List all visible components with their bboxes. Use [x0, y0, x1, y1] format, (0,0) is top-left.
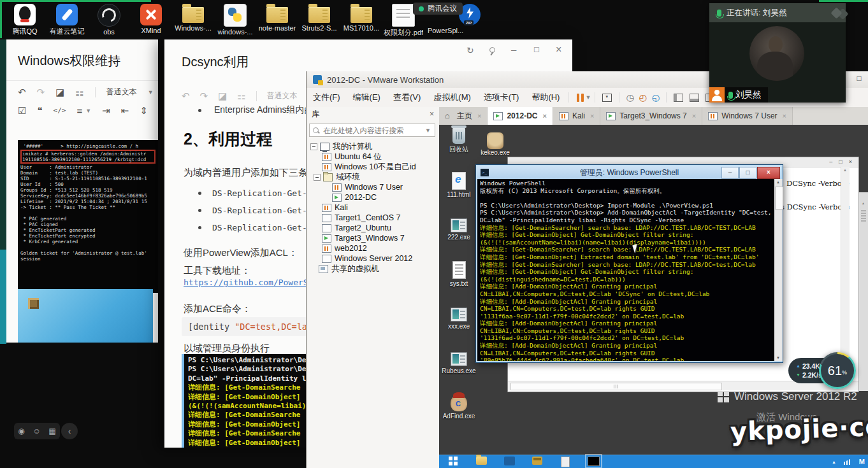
- pin-icon[interactable]: [489, 47, 495, 53]
- meeting-status-badge[interactable]: 腾讯会议: [413, 3, 463, 15]
- desktop-shortcut[interactable]: obs: [88, 1, 130, 38]
- meeting-video-overlay[interactable]: 正在讲话: 刘昊然 刘昊然: [709, 3, 846, 103]
- guest-desktop-icon[interactable]: Rubeus.exe: [440, 350, 477, 395]
- annotation-toolbar[interactable]: ◉ ☺ ▦: [14, 423, 60, 439]
- pause-vm-button[interactable]: ▼: [575, 94, 591, 102]
- maximize-button[interactable]: □: [739, 167, 756, 179]
- desktop-shortcut[interactable]: 有道云笔记: [46, 1, 88, 38]
- align-icon[interactable]: ≡: [76, 106, 82, 115]
- menu-item[interactable]: 虚拟机(M): [427, 89, 477, 106]
- minimize-button[interactable]: –: [721, 167, 739, 179]
- chevron-down-icon[interactable]: ▼: [148, 89, 154, 96]
- vm-tree-item[interactable]: 域环境: [307, 172, 439, 182]
- redo-icon[interactable]: ↷: [37, 87, 45, 97]
- background-window-scrollbar[interactable]: [858, 192, 868, 391]
- redo-icon[interactable]: ↷: [200, 91, 208, 101]
- desktop-shortcut[interactable]: 腾讯QQ: [4, 1, 46, 38]
- record-dot-icon[interactable]: ◉: [18, 427, 24, 436]
- eraser-icon[interactable]: ◪: [218, 91, 227, 101]
- desktop-shortcut[interactable]: note-master: [256, 1, 298, 38]
- refresh-icon[interactable]: ↻: [467, 46, 474, 55]
- line-spacing-icon[interactable]: ⇕: [140, 106, 148, 115]
- guest-taskbar-item[interactable]: [467, 457, 495, 467]
- indent-decrease-icon[interactable]: ⇤: [121, 106, 129, 115]
- guest-desktop-icon[interactable]: 222.exe: [440, 216, 477, 261]
- quote-icon[interactable]: ❝: [37, 106, 42, 115]
- indent-increase-icon[interactable]: ⇥: [102, 106, 110, 115]
- guest-taskbar-item[interactable]: [523, 457, 551, 467]
- undo-icon[interactable]: ↶: [182, 91, 190, 101]
- powershell-title-bar[interactable]: >_ 管理员: Windows PowerShell – □ ×: [477, 166, 781, 179]
- desktop-shortcut[interactable]: Windows-...: [172, 1, 214, 38]
- scrollbar-thumb[interactable]: [510, 383, 722, 390]
- paragraph-style-select[interactable]: 普通文本: [106, 87, 137, 97]
- vm-tree-item[interactable]: Target3_Windows 7: [307, 233, 439, 243]
- vm-tree-item[interactable]: 我的计算机: [307, 141, 439, 152]
- code-block-icon[interactable]: </>: [54, 107, 66, 114]
- vm-tree-item[interactable]: Target2_Ubuntu: [307, 223, 439, 233]
- format-painter-icon[interactable]: ⚏: [75, 87, 83, 97]
- desktop-shortcut[interactable]: MS17010...: [340, 1, 382, 38]
- powershell-window[interactable]: >_ 管理员: Windows PowerShell – □ × Windows…: [475, 164, 783, 363]
- maximize-button[interactable]: □: [839, 159, 842, 165]
- maximize-button[interactable]: □: [850, 73, 868, 87]
- scroll-up-icon[interactable]: ▲: [776, 180, 780, 184]
- network-icon[interactable]: [844, 458, 851, 465]
- close-tab-icon[interactable]: ×: [542, 112, 546, 120]
- menu-item[interactable]: 查看(V): [387, 89, 427, 106]
- vm-tab[interactable]: 2012-DC ×: [488, 107, 553, 125]
- guest-taskbar[interactable]: ▲ M: [439, 455, 868, 468]
- guest-desktop-icon[interactable]: 回收站: [440, 127, 477, 172]
- desktop-shortcut[interactable]: windows-...: [214, 1, 256, 38]
- vm-tree-item[interactable]: Windows 7 User: [307, 182, 439, 192]
- scroll-down-icon[interactable]: ▼: [776, 356, 780, 360]
- guest-desktop-icon[interactable]: kekeo.exe: [479, 132, 512, 156]
- library-toggle-icon[interactable]: [674, 94, 683, 102]
- guest-taskbar-item[interactable]: [579, 457, 607, 467]
- take-snapshot-icon[interactable]: ◷: [626, 92, 633, 103]
- scrollbar-thumb[interactable]: [775, 187, 783, 209]
- vertical-scrollbar[interactable]: ▲ ▼: [774, 179, 783, 361]
- send-ctrl-alt-del-icon[interactable]: ▾: [602, 94, 612, 102]
- tree-expander-icon[interactable]: [310, 143, 317, 150]
- close-button[interactable]: ×: [556, 45, 561, 55]
- guest-desktop-icon[interactable]: 111.html: [440, 172, 477, 216]
- close-tab-icon[interactable]: ×: [477, 112, 481, 120]
- emoji-icon[interactable]: ☺: [33, 427, 40, 436]
- close-button[interactable]: ×: [849, 159, 852, 165]
- desktop-shortcut[interactable]: Struts2-S...: [298, 1, 340, 38]
- guest-system-tray[interactable]: ▲ M: [832, 458, 865, 465]
- close-tab-icon[interactable]: ×: [590, 112, 594, 120]
- vm-tree-item[interactable]: Kali: [307, 202, 439, 213]
- menu-item[interactable]: 编辑(E): [347, 89, 387, 106]
- snapshot-manager-icon[interactable]: ◵: [652, 92, 660, 103]
- close-tab-icon[interactable]: ×: [692, 112, 696, 120]
- guest-taskbar-item[interactable]: [495, 457, 523, 467]
- vm-tab[interactable]: Target3_Windows 7 ×: [600, 107, 702, 125]
- checkbox-list-icon[interactable]: ☑: [18, 106, 26, 115]
- chevron-down-icon[interactable]: ▼: [585, 94, 591, 101]
- minimize-button[interactable]: –: [829, 159, 832, 165]
- revert-snapshot-icon[interactable]: ◴: [639, 92, 647, 103]
- input-method-indicator[interactable]: M: [859, 458, 865, 465]
- menu-item[interactable]: 选项卡(T): [477, 89, 526, 106]
- library-search[interactable]: ▼: [309, 124, 435, 137]
- vm-tree-item[interactable]: Target1_CentOS 7: [307, 213, 439, 223]
- tree-expander-icon[interactable]: [314, 174, 321, 181]
- vm-tree-item[interactable]: web2012: [307, 243, 439, 253]
- format-painter-icon[interactable]: ⚏: [237, 91, 245, 101]
- guest-desktop-icon[interactable]: sys.txt: [440, 261, 477, 306]
- powershell-console[interactable]: Windows PowerShell版权所有 (C) 2013 Microsof…: [477, 179, 781, 361]
- close-tab-icon[interactable]: ×: [783, 112, 786, 120]
- minimize-button[interactable]: –: [511, 45, 516, 54]
- vm-tree-item[interactable]: Windows Server 2012: [307, 253, 439, 264]
- vm-tree-item[interactable]: Windows 10不是自己id: [307, 162, 439, 172]
- collapse-toolbar-button[interactable]: ‹: [61, 423, 78, 439]
- close-button[interactable]: ×: [757, 167, 780, 179]
- chevron-down-icon[interactable]: ▼: [425, 127, 431, 134]
- vm-tab[interactable]: Kali ×: [553, 107, 600, 125]
- guest-desktop-icon[interactable]: xxx.exe: [440, 306, 477, 350]
- chevron-down-icon[interactable]: ▼: [85, 108, 91, 114]
- vm-tab[interactable]: Windows 7 User ×: [702, 107, 793, 125]
- vm-tree-item[interactable]: 2012-DC: [307, 192, 439, 202]
